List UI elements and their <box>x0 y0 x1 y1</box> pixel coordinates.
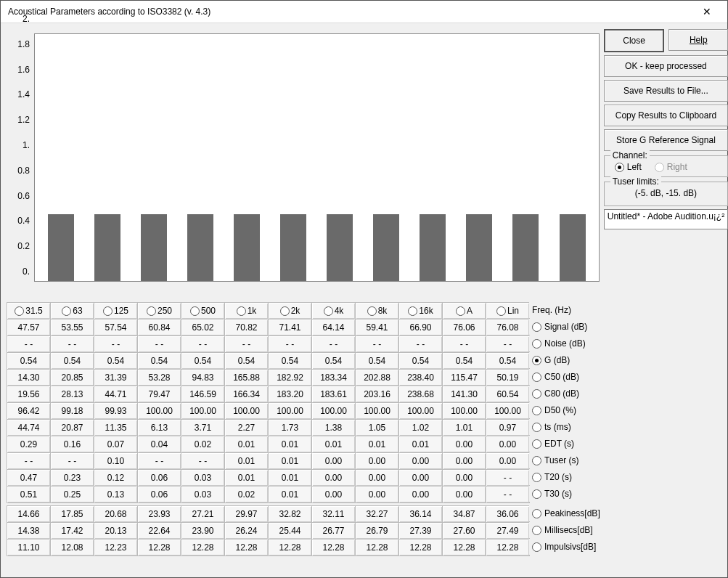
freq-column-radio[interactable]: 125 <box>94 302 138 319</box>
data-cell: 0.54 <box>486 352 530 370</box>
row-radio-impulsivs-db-[interactable]: Impulsivs[dB] <box>529 539 600 555</box>
data-cell: 203.16 <box>355 386 399 403</box>
data-cell: 0.54 <box>268 352 312 370</box>
data-cell: 94.83 <box>181 369 225 386</box>
data-cell: 100.00 <box>398 402 443 420</box>
close-icon[interactable]: ✕ <box>692 1 721 22</box>
data-cell: 0.01 <box>268 436 312 453</box>
data-cell: 166.34 <box>224 386 269 403</box>
data-cell: 99.93 <box>94 402 138 420</box>
data-cell: 12.28 <box>268 539 312 556</box>
row-radio-millisecs-db-[interactable]: Millisecs[dB] <box>529 522 600 538</box>
y-tick-label: 0.6 <box>17 191 30 201</box>
freq-column-radio[interactable]: 4k <box>311 302 356 319</box>
freq-column-radio[interactable]: 31.5 <box>7 302 51 319</box>
data-cell: 0.00 <box>311 469 356 487</box>
row-radio-t30-s-[interactable]: T30 (s) <box>529 486 600 502</box>
data-cell: 26.79 <box>355 522 399 540</box>
data-cell: 0.01 <box>398 436 443 453</box>
freq-column-radio[interactable]: 63 <box>50 302 94 319</box>
data-cell: 32.27 <box>355 505 399 523</box>
freq-column-radio[interactable]: 8k <box>355 302 399 319</box>
row-radio-c50-db-[interactable]: C50 (dB) <box>529 369 600 385</box>
data-cell: 17.85 <box>50 505 94 523</box>
data-cell: 99.18 <box>50 402 94 420</box>
data-cell: 28.13 <box>50 386 94 403</box>
ok-keep-processed-button[interactable]: OK - keep processed <box>604 55 728 77</box>
data-cell: - - <box>7 335 51 353</box>
freq-column-radio[interactable]: 2k <box>268 302 312 319</box>
row-radio-d50-[interactable]: D50 (%) <box>529 402 600 418</box>
row-radio-ts-ms-[interactable]: ts (ms) <box>529 419 600 435</box>
row-radio-signal-db-[interactable]: Signal (dB) <box>529 319 600 335</box>
data-cell: 141.30 <box>442 386 486 403</box>
data-cell: 11.10 <box>7 539 51 556</box>
freq-column-radio[interactable]: Lin <box>486 302 530 319</box>
data-cell: 32.11 <box>311 505 356 523</box>
row-radio-t20-s-[interactable]: T20 (s) <box>529 469 600 485</box>
data-cell: 165.88 <box>224 369 269 386</box>
y-tick-label: 1.6 <box>17 65 30 75</box>
data-cell: 100.00 <box>268 402 312 420</box>
data-cell: 27.39 <box>398 522 443 540</box>
data-cell: 36.06 <box>486 505 530 523</box>
y-tick-label: 1.2 <box>17 115 30 125</box>
data-cell: 29.97 <box>224 505 269 523</box>
y-tick-label: 0.2 <box>17 241 30 251</box>
row-radio-peakiness-db-[interactable]: Peakiness[dB] <box>529 505 600 521</box>
data-cell: 14.38 <box>7 522 51 540</box>
data-cell: 20.68 <box>94 505 138 523</box>
data-cell: 76.06 <box>442 319 486 336</box>
tuser-limits-value: (-5. dB, -15. dB) <box>610 185 721 201</box>
data-cell: 12.28 <box>224 539 269 556</box>
data-cell: 0.54 <box>355 352 399 370</box>
data-cell: 0.97 <box>486 419 530 436</box>
close-button[interactable]: Close <box>604 29 665 52</box>
row-radio-noise-db-[interactable]: Noise (dB) <box>529 335 600 351</box>
freq-column-radio[interactable]: 500 <box>181 302 225 319</box>
data-cell: 12.28 <box>486 539 530 556</box>
freq-label: Freq. (Hz) <box>529 302 600 318</box>
data-cell: 0.12 <box>94 469 138 487</box>
data-cell: 79.47 <box>137 386 181 403</box>
data-cell: 20.13 <box>94 522 138 540</box>
data-cell: - - <box>137 452 181 470</box>
y-tick-label: 1.4 <box>17 89 30 99</box>
data-cell: 0.10 <box>94 452 138 470</box>
freq-column-radio[interactable]: 16k <box>398 302 443 319</box>
store-g-reference-button[interactable]: Store G Reference Signal <box>604 129 728 151</box>
freq-column-radio[interactable]: A <box>442 302 486 319</box>
data-cell: 3.71 <box>181 419 225 436</box>
data-cell: 27.60 <box>442 522 486 540</box>
freq-column-radio[interactable]: 1k <box>224 302 269 319</box>
copy-results-button[interactable]: Copy Results to Clipboard <box>604 105 728 126</box>
data-cell: 0.06 <box>137 469 181 487</box>
data-cell: 34.87 <box>442 505 486 523</box>
save-results-button[interactable]: Save Results to File... <box>604 80 728 102</box>
chart-bar <box>327 214 353 281</box>
channel-left-radio[interactable]: Left <box>615 162 642 172</box>
data-cell: 0.01 <box>268 469 312 487</box>
window-title: Acoustical Parameters according to ISO33… <box>8 7 210 17</box>
filename-field[interactable]: Untitled* - Adobe Audition.u¡¿² <box>604 209 728 229</box>
row-radio-c80-db-[interactable]: C80 (dB) <box>529 386 600 402</box>
data-cell: 0.07 <box>94 436 138 453</box>
data-cell: 182.92 <box>268 369 312 386</box>
data-cell: 183.34 <box>311 369 356 386</box>
row-radio-tuser-s-[interactable]: Tuser (s) <box>529 452 600 468</box>
chart-bar <box>48 214 74 281</box>
data-cell: 1.02 <box>398 419 443 436</box>
row-radio-edt-s-[interactable]: EDT (s) <box>529 436 600 452</box>
data-cell: 100.00 <box>311 402 356 420</box>
data-cell: 44.71 <box>94 386 138 403</box>
freq-column-radio[interactable]: 250 <box>137 302 181 319</box>
data-cell: 17.42 <box>50 522 94 540</box>
data-cell: 0.02 <box>181 436 225 453</box>
help-button[interactable]: Help <box>668 29 728 51</box>
data-cell: 14.30 <box>7 369 51 386</box>
row-radio-g-db-[interactable]: G (dB) <box>529 352 600 368</box>
data-cell: 0.13 <box>94 486 138 503</box>
data-cell: 31.39 <box>94 369 138 386</box>
data-cell: - - <box>137 335 181 353</box>
data-cell: 100.00 <box>442 402 486 420</box>
